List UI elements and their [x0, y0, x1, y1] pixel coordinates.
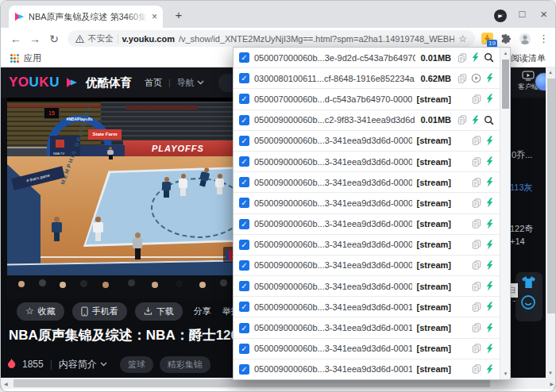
copy-link-icon[interactable] — [458, 115, 467, 125]
popup-scroll-thumb[interactable] — [502, 60, 509, 109]
copy-link-icon[interactable] — [472, 240, 481, 249]
download-icon[interactable] — [485, 302, 494, 312]
browser-toolbar: ← → ↻ 不安全 v.youku.com /v_show/id_XNTE2Mz… — [1, 28, 555, 49]
row-checkbox[interactable]: ✓ — [239, 73, 249, 83]
download-icon[interactable] — [485, 323, 494, 333]
download-icon[interactable] — [471, 115, 480, 125]
copy-link-icon[interactable] — [472, 344, 481, 353]
related-video-link[interactable]: +14 — [510, 236, 525, 246]
popup-scrollbar[interactable]: ▲ ▼ — [500, 48, 510, 379]
download-icon[interactable] — [485, 344, 494, 354]
video-stats-row: 1855 | 内容简介 篮球 精彩集锦 — [7, 356, 210, 372]
copy-link-icon[interactable] — [472, 219, 481, 229]
related-video-link[interactable]: 0乔... — [512, 149, 532, 161]
download-icon[interactable] — [485, 177, 494, 187]
row-checkbox[interactable]: ✓ — [239, 344, 249, 354]
player-figure — [93, 217, 103, 241]
download-icon[interactable] — [485, 364, 494, 375]
copy-link-icon[interactable] — [472, 157, 481, 167]
new-tab-button[interactable]: + — [171, 7, 187, 23]
download-icon[interactable] — [485, 136, 494, 146]
youku-logo[interactable]: YOUKU — [9, 75, 60, 90]
row-checkbox[interactable]: ✓ — [239, 94, 249, 104]
summary-toggle[interactable]: 内容简介 — [59, 358, 107, 371]
download-icon[interactable] — [485, 73, 494, 83]
row-checkbox[interactable]: ✓ — [239, 52, 249, 63]
page-vertical-scrollbar[interactable]: ▲ ▼ — [546, 67, 556, 378]
customer-service-button[interactable] — [520, 294, 536, 313]
profile-avatar-icon[interactable] — [519, 33, 531, 45]
tab-title: NBA原声集锦及综述 第3460集 N — [29, 11, 148, 23]
row-checkbox[interactable]: ✓ — [239, 240, 249, 250]
copy-link-icon[interactable] — [472, 198, 481, 208]
forward-button[interactable]: → — [26, 33, 44, 45]
apps-shortcut[interactable]: 应用 — [24, 52, 41, 64]
downloader-extension-icon[interactable]: 19 — [481, 33, 493, 44]
copy-link-icon[interactable] — [472, 94, 481, 104]
back-button[interactable]: ← — [7, 33, 25, 45]
url-path: /v_show/id_XNTE2MzUyNjI3Mg==.html?spm=a2… — [179, 34, 454, 44]
related-video-link[interactable]: 113灰 — [510, 182, 533, 194]
minimize-button[interactable]: – — [498, 8, 504, 20]
row-checkbox[interactable]: ✓ — [239, 198, 249, 208]
nav-menu-link[interactable]: 导航 — [177, 77, 204, 89]
nav-home-link[interactable]: 首页 — [145, 77, 162, 89]
vscroll-thumb[interactable] — [547, 79, 555, 313]
row-checkbox[interactable]: ✓ — [239, 260, 249, 271]
row-checkbox[interactable]: ✓ — [239, 281, 249, 291]
download-icon[interactable] — [485, 260, 494, 271]
maximize-button[interactable]: □ — [519, 8, 525, 20]
preview-icon[interactable] — [484, 52, 494, 63]
copy-link-icon[interactable] — [458, 74, 467, 83]
copy-link-icon[interactable] — [472, 323, 481, 332]
copy-link-icon[interactable] — [472, 302, 481, 312]
tab-close-icon[interactable]: × — [152, 11, 157, 22]
watch-on-mobile-button[interactable]: 手机看 — [72, 302, 127, 321]
security-label: 不安全 — [88, 33, 114, 44]
row-checkbox[interactable]: ✓ — [239, 323, 249, 333]
download-icon[interactable] — [485, 156, 494, 167]
copy-link-icon[interactable] — [472, 178, 481, 187]
copy-link-icon[interactable] — [458, 53, 467, 63]
tag-basketball[interactable]: 篮球 — [120, 356, 153, 373]
row-checkbox[interactable]: ✓ — [239, 364, 249, 375]
download-row: ✓050009000060b...3-341eea9d3d6d-00010.ts… — [234, 297, 500, 317]
download-icon[interactable] — [471, 52, 480, 63]
download-icon[interactable] — [485, 94, 494, 104]
copy-link-icon[interactable] — [472, 260, 481, 270]
row-checkbox[interactable]: ✓ — [239, 302, 249, 312]
row-checkbox[interactable]: ✓ — [239, 136, 249, 146]
browser-window: NBA原声集锦及综述 第3460集 N × + ▶ – □ × ← → ↻ 不安… — [0, 0, 556, 392]
download-icon[interactable] — [485, 240, 494, 250]
related-video-link[interactable]: 122奇 — [510, 223, 533, 235]
extensions-puzzle-icon[interactable] — [500, 33, 512, 44]
bookmark-star-icon[interactable]: ☆ — [458, 33, 467, 44]
download-button[interactable]: 下载 — [135, 302, 183, 321]
row-checkbox[interactable]: ✓ — [239, 156, 249, 167]
download-row: ✓050009000060b...3-341eea9d3d6d-00012.ts… — [234, 339, 500, 359]
copy-link-icon[interactable] — [472, 136, 481, 145]
hscroll-thumb[interactable] — [14, 379, 490, 387]
download-row: ✓050009000060b...3-341eea9d3d6d-00007.ts… — [234, 235, 500, 256]
row-checkbox[interactable]: ✓ — [239, 219, 249, 229]
row-checkbox[interactable]: ✓ — [239, 115, 249, 125]
favorite-button[interactable]: ☆收藏 — [17, 302, 64, 321]
tshirt-button[interactable] — [521, 275, 536, 292]
copy-link-icon[interactable] — [472, 282, 481, 291]
row-checkbox[interactable]: ✓ — [239, 177, 249, 187]
browser-tab[interactable]: NBA原声集锦及综述 第3460集 N × — [9, 6, 163, 28]
address-bar[interactable]: 不安全 v.youku.com /v_show/id_XNTE2MzUyNjI3… — [68, 30, 475, 47]
download-icon[interactable] — [485, 281, 494, 291]
file-size: 0.01MB — [420, 53, 451, 63]
copy-link-icon[interactable] — [472, 364, 481, 374]
reload-button[interactable]: ↻ — [45, 33, 63, 45]
window-close-button[interactable]: × — [540, 7, 547, 21]
file-name: 050009000060b...3-341eea9d3d6d-00006.ts — [254, 219, 412, 229]
preview-icon[interactable] — [484, 115, 494, 125]
chrome-menu-icon[interactable]: ⋮ — [539, 33, 549, 44]
download-icon[interactable] — [485, 219, 494, 229]
play-preview-icon[interactable] — [471, 73, 481, 83]
share-button[interactable]: 分享 — [194, 306, 211, 317]
download-icon[interactable] — [485, 198, 494, 208]
tag-highlights[interactable]: 精彩集锦 — [160, 356, 210, 373]
